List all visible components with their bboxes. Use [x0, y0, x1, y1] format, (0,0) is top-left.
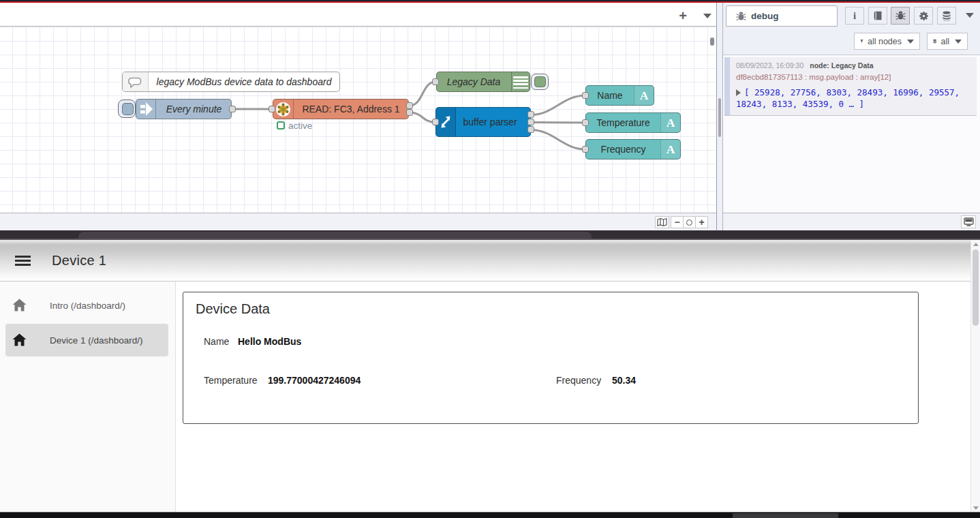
buffer-parser-node-label: buffer parser [457, 108, 523, 136]
debug-message-timestamp: 08/09/2023, 16:09:30 [736, 61, 803, 70]
nav-item-intro-label: Intro (/dashboard/) [50, 301, 125, 311]
name-value: Hello ModBus [238, 336, 301, 347]
debug-message[interactable]: 08/09/2023, 16:09:30node: Legacy Data df… [724, 57, 977, 116]
scroll-up-icon[interactable] [973, 243, 979, 246]
dashboard-body: Intro (/dashboard/) Device 1 (/dashboard… [0, 281, 980, 513]
inject-output-port[interactable] [229, 106, 236, 112]
modbus-input-port[interactable] [269, 106, 275, 112]
sidebar-info-button[interactable]: i [845, 7, 864, 25]
debug-filter-button[interactable]: all nodes [854, 33, 920, 50]
comment-icon [128, 75, 143, 90]
filter-icon [860, 37, 863, 46]
buffer-output-port-2[interactable] [527, 119, 534, 125]
modbus-read-node-label: READ: FC3, Address 1 [294, 100, 408, 119]
comment-node[interactable]: legacy ModBus device data to dashboard [122, 72, 340, 92]
context-db-icon [942, 11, 951, 21]
expand-payload-icon[interactable] [736, 89, 741, 96]
gear-icon [919, 11, 929, 21]
dashboard-sidebar: Intro (/dashboard/) Device 1 (/dashboard… [0, 281, 176, 513]
sidebar-tab-debug-label: debug [751, 11, 779, 21]
add-flow-button[interactable]: + [675, 9, 690, 24]
canvas-vertical-scrollbar[interactable] [710, 37, 714, 46]
frequency-value: 50.34 [612, 375, 636, 386]
comment-node-label: legacy ModBus device data to dashboard [149, 72, 339, 91]
inject-node[interactable]: Every minute [136, 99, 232, 119]
sidebar-debug-button[interactable] [891, 7, 910, 25]
ui-text-frequency-node[interactable]: A Frequency [585, 139, 681, 159]
modbus-output-port-2[interactable] [406, 109, 413, 116]
dashboard-header: Device 1 [0, 240, 980, 281]
zoom-in-button[interactable]: + [695, 216, 708, 228]
minimap-button[interactable] [655, 216, 669, 228]
ui-text-temperature-label: Temperature [586, 113, 660, 132]
debug-input-port[interactable] [432, 78, 439, 85]
buffer-parser-icon [438, 115, 453, 130]
comment-icon-region [123, 72, 149, 91]
ui-text-frequency-icon-region: A [660, 140, 680, 159]
workspace-tab-bar: + [0, 3, 716, 27]
ui-text-temperature-icon-region: A [660, 113, 680, 132]
ui-temperature-input-port[interactable] [582, 119, 589, 126]
ui-text-temperature-node[interactable]: A Temperature [585, 112, 681, 133]
ui-text-name-node[interactable]: A Name [585, 85, 654, 106]
inject-button[interactable] [118, 100, 136, 118]
trash-icon [933, 37, 936, 46]
name-label: Name [204, 336, 229, 347]
debug-payload-line2: 18243, 8133, 43539, 0 … ] [736, 99, 864, 109]
sidebar-config-button[interactable] [914, 7, 933, 25]
debug-clear-label: all [940, 37, 949, 46]
modbus-status-ring-icon [277, 121, 285, 130]
event-log-icon [964, 217, 974, 226]
screen: + legacy ModBus device data to dashboard [0, 0, 980, 518]
dashboard-scrollbar[interactable] [970, 240, 980, 513]
buffer-output-port-1[interactable] [527, 111, 534, 118]
filter-caret-icon [907, 40, 914, 44]
debug-icon-separator [511, 72, 512, 91]
scroll-down-icon[interactable] [973, 506, 979, 510]
text-widget-icon: A [640, 89, 649, 103]
zoom-out-button[interactable]: − [671, 216, 684, 228]
modbus-output-port-1[interactable] [406, 102, 413, 109]
modbus-read-node[interactable]: READ: FC3, Address 1 [273, 99, 409, 119]
buffer-parser-node[interactable]: buffer parser [435, 107, 531, 137]
flow-canvas[interactable]: legacy ModBus device data to dashboard E… [0, 27, 716, 213]
debug-message-list[interactable]: 08/09/2023, 16:09:30node: Legacy Data df… [723, 55, 980, 213]
nav-item-intro[interactable]: Intro (/dashboard/) [0, 289, 176, 322]
text-widget-icon: A [667, 142, 675, 157]
help-book-icon [873, 11, 883, 20]
frequency-label: Frequency [556, 375, 601, 386]
flow-list-caret-icon[interactable] [703, 14, 711, 18]
debug-filter-label: all nodes [868, 37, 902, 46]
minimap-icon [657, 218, 667, 226]
sidebar-context-button[interactable] [937, 7, 956, 25]
sidebar-menu-caret-icon[interactable] [966, 13, 974, 18]
menu-icon[interactable] [15, 256, 31, 266]
ui-name-input-port[interactable] [582, 92, 589, 99]
ui-frequency-input-port[interactable] [582, 146, 589, 153]
inject-icon-region [136, 100, 156, 119]
ui-text-name-icon-region: A [634, 86, 654, 105]
sidebar-help-button[interactable] [868, 7, 887, 25]
event-log-button[interactable] [961, 215, 976, 228]
ui-text-frequency-label: Frequency [586, 140, 660, 159]
bottom-bar [0, 512, 980, 518]
home-icon [12, 299, 27, 311]
buffer-output-port-3[interactable] [527, 126, 534, 133]
dashboard-scrollbar-thumb[interactable] [973, 249, 979, 326]
splitter-scrollbar-thumb[interactable] [718, 98, 721, 137]
text-widget-icon: A [667, 116, 675, 130]
bottom-bar-segment [733, 513, 838, 518]
bug-icon [895, 11, 906, 20]
debug-node[interactable]: Legacy Data [436, 72, 530, 92]
debug-message-gutter [724, 57, 730, 115]
buffer-input-port[interactable] [432, 119, 439, 125]
debug-clear-button[interactable]: all [927, 33, 968, 50]
modbus-icon [276, 102, 290, 117]
temperature-label: Temperature [204, 375, 258, 386]
sidebar-splitter[interactable] [716, 3, 722, 230]
nav-item-device1[interactable]: Device 1 (/dashboard/) [5, 324, 168, 356]
inject-arrow-icon [138, 100, 155, 118]
zoom-reset-button[interactable] [683, 216, 696, 228]
sidebar-tab-debug[interactable]: debug [726, 5, 838, 27]
debug-toggle-button[interactable] [531, 74, 549, 90]
